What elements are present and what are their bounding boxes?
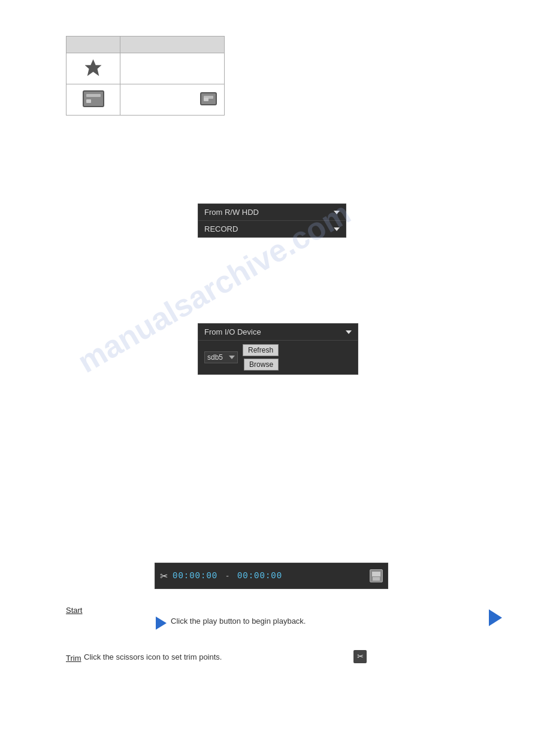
start-section: Start — [66, 605, 82, 617]
pin-icon-cell — [67, 53, 120, 84]
io-title-arrow-icon — [346, 330, 352, 334]
hdd-source-arrow-icon — [334, 211, 340, 214]
scissors-inline-icon: ✂ — [353, 650, 367, 663]
save-icon — [370, 569, 383, 582]
start-description: Click the play button to begin playback. — [171, 615, 306, 628]
play-triangle-icon — [489, 609, 502, 626]
trim-start-time: 00:00:00 — [173, 571, 217, 581]
hdd-mode-label: RECORD — [204, 224, 238, 233]
hdd-source-row[interactable]: From R/W HDD — [198, 204, 346, 221]
start-label: Start — [66, 606, 82, 615]
hdd-mode-arrow-icon — [334, 227, 340, 231]
trim-description: Click the scissors icon to set trim poin… — [84, 651, 222, 664]
trim-end-time: 00:00:00 — [237, 571, 282, 581]
trim-label: Trim — [66, 654, 81, 663]
trim-save-area[interactable] — [370, 569, 383, 582]
hdd-description-cell — [120, 84, 225, 116]
hdd-icon-inline — [200, 92, 217, 105]
io-device-arrow-icon — [229, 356, 235, 359]
pin-description-cell — [120, 53, 225, 84]
table-row-pin — [67, 53, 225, 84]
io-actions-col: Refresh Browse — [243, 344, 279, 371]
hdd-source-label: From R/W HDD — [204, 208, 259, 217]
table-header-row — [67, 37, 225, 53]
io-device-select[interactable]: sdb5 — [204, 351, 238, 363]
hdd-icon — [83, 90, 104, 107]
scissors-icon[interactable]: ✂ — [160, 570, 168, 582]
refresh-button[interactable]: Refresh — [243, 344, 279, 356]
icon-legend-table — [66, 36, 225, 116]
trim-bar: ✂ 00:00:00 - 00:00:00 — [155, 563, 388, 589]
header-col-1 — [67, 37, 120, 53]
trim-separator: - — [226, 571, 229, 581]
hdd-source-panel: From R/W HDD RECORD — [198, 204, 346, 238]
browse-button[interactable]: Browse — [244, 359, 279, 371]
io-title-row[interactable]: From I/O Device — [198, 324, 358, 341]
trim-description-text: Click the scissors icon to set trim poin… — [84, 652, 222, 661]
io-source-panel: From I/O Device sdb5 Refresh Browse — [198, 323, 358, 375]
trim-section: Trim — [66, 652, 81, 665]
scissors-inline-button[interactable]: ✂ — [353, 650, 367, 663]
io-device-value: sdb5 — [207, 353, 223, 362]
hdd-mode-row[interactable]: RECORD — [198, 221, 346, 237]
table-row-hdd — [67, 84, 225, 116]
io-title-label: From I/O Device — [204, 327, 342, 336]
io-device-row[interactable]: sdb5 Refresh Browse — [198, 341, 358, 374]
hdd-icon-cell — [67, 84, 120, 116]
header-col-2 — [120, 37, 225, 53]
pin-icon — [85, 59, 102, 76]
play-med-triangle-icon — [156, 617, 167, 630]
start-description-text: Click the play button to begin playback. — [171, 617, 306, 626]
